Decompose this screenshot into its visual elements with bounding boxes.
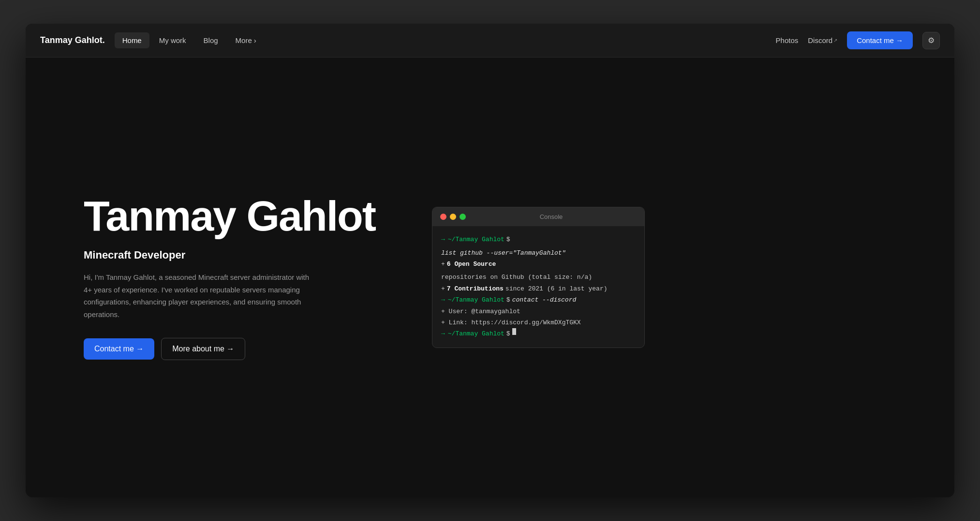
nav-contact-button[interactable]: Contact me →: [847, 31, 913, 49]
prompt-7: ~/Tanmay Gahlot: [448, 328, 505, 339]
hero-title: Tanmay Gahlot: [84, 195, 393, 237]
hero-buttons: Contact me → More about me →: [84, 338, 393, 360]
cmd-1: list github --user="TanmayGahlot": [441, 247, 565, 259]
chevron-right-icon: ›: [254, 36, 256, 44]
terminal-cursor: [512, 328, 516, 335]
main-content: Tanmay Gahlot Minecraft Developer Hi, I'…: [26, 58, 954, 497]
prompt-arrow-1: →: [441, 234, 445, 245]
output-bold-2: 6 Open Source: [447, 259, 496, 270]
terminal-close-dot[interactable]: [440, 214, 446, 220]
nav-home[interactable]: Home: [115, 32, 149, 48]
nav-discord[interactable]: Discord↗: [808, 36, 837, 44]
prompt-1: ~/Tanmay Gahlot: [448, 234, 505, 245]
cmd-4: contact --discord: [512, 294, 577, 305]
hero-section: Tanmay Gahlot Minecraft Developer Hi, I'…: [84, 195, 393, 360]
terminal-title: Console: [466, 213, 637, 220]
output-6: + Link: https://discord.gg/WkmDXgTGKX: [441, 317, 581, 328]
terminal-line-6: + Link: https://discord.gg/WkmDXgTGKX: [441, 317, 636, 328]
terminal-line-5: + User: @tanmaygahlot: [441, 306, 636, 317]
output-5: + User: @tanmaygahlot: [441, 306, 520, 317]
terminal-body: → ~/Tanmay Gahlot $ list github --user="…: [432, 226, 644, 347]
prompt-arrow-4: →: [441, 294, 445, 305]
prompt-dollar-7: $: [506, 328, 510, 339]
prompt-arrow-7: →: [441, 328, 445, 339]
hero-contact-button[interactable]: Contact me →: [84, 338, 154, 360]
terminal-window: Console → ~/Tanmay Gahlot $ list github …: [432, 207, 645, 348]
site-logo: Tanmay Gahlot.: [40, 35, 105, 45]
terminal-titlebar: Console: [432, 207, 644, 226]
gear-icon: ⚙: [928, 36, 935, 45]
nav-photos[interactable]: Photos: [776, 36, 799, 44]
terminal-line-3: + 7 Contributions since 2021 (6 in last …: [441, 283, 636, 294]
terminal-dots: [440, 214, 466, 220]
navbar: Tanmay Gahlot. Home My work Blog More › …: [26, 24, 954, 58]
hero-description: Hi, I'm Tanmay Gahlot, a seasoned Minecr…: [84, 271, 316, 320]
external-link-icon: ↗: [833, 38, 837, 43]
browser-window: Tanmay Gahlot. Home My work Blog More › …: [26, 24, 954, 497]
terminal-line-4: → ~/Tanmay Gahlot $ contact --discord: [441, 294, 636, 305]
hero-more-button[interactable]: More about me →: [161, 338, 245, 360]
output-bold-3: 7 Contributions: [447, 283, 504, 294]
terminal-line-2: + 6 Open Source repositories on Github (…: [441, 259, 636, 283]
prompt-4: ~/Tanmay Gahlot: [448, 294, 505, 305]
nav-links: Home My work Blog More ›: [115, 32, 776, 48]
output-rest-2: repositories on Github (total size: n/a): [441, 272, 592, 283]
nav-my-work[interactable]: My work: [151, 32, 194, 48]
nav-more[interactable]: More ›: [228, 32, 264, 48]
terminal-line-1: → ~/Tanmay Gahlot $ list github --user="…: [441, 234, 636, 259]
terminal-minimize-dot[interactable]: [450, 214, 456, 220]
nav-blog[interactable]: Blog: [196, 32, 226, 48]
prompt-dollar-4: $: [506, 294, 510, 305]
terminal-maximize-dot[interactable]: [460, 214, 466, 220]
terminal-line-7: → ~/Tanmay Gahlot $: [441, 328, 636, 339]
output-prefix-2: +: [441, 259, 445, 270]
output-prefix-3: +: [441, 283, 445, 294]
settings-button[interactable]: ⚙: [922, 32, 940, 49]
output-rest-3: since 2021 (6 in last year): [505, 283, 608, 294]
hero-subtitle: Minecraft Developer: [84, 249, 393, 261]
nav-right: Photos Discord↗ Contact me → ⚙: [776, 31, 940, 49]
prompt-dollar-1: $: [506, 234, 510, 245]
